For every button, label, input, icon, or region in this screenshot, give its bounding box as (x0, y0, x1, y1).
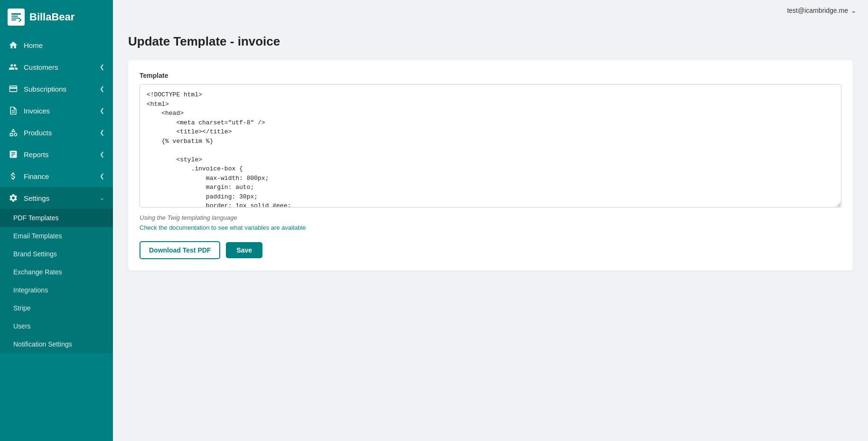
subnav-brand-settings[interactable]: Brand Settings (0, 245, 113, 263)
main-area: test@icambridge.me ⌄ Update Template - i… (113, 0, 868, 441)
logo-icon (8, 9, 25, 26)
doc-link[interactable]: Check the documentation to see what vari… (140, 224, 306, 231)
subnav-exchange-rates-label: Exchange Rates (13, 268, 62, 276)
subnav-notification-settings[interactable]: Notification Settings (0, 335, 113, 353)
user-menu[interactable]: test@icambridge.me ⌄ (787, 7, 857, 14)
app-name: BillaBear (29, 11, 75, 23)
sidebar-item-products-label: Products (24, 129, 52, 137)
sidebar-item-customers-label: Customers (24, 63, 58, 71)
svg-rect-2 (11, 18, 19, 19)
sidebar-item-subscriptions[interactable]: Subscriptions ❮ (0, 78, 113, 100)
sidebar-item-invoices[interactable]: Invoices ❮ (0, 100, 113, 122)
subnav-email-templates-label: Email Templates (13, 232, 62, 240)
download-test-pdf-button[interactable]: Download Test PDF (140, 241, 220, 259)
finance-chevron: ❮ (100, 173, 104, 179)
content-area: Update Template - invoice Template <!DOC… (113, 21, 868, 441)
subnav-users[interactable]: Users (0, 317, 113, 335)
subnav-stripe-label: Stripe (13, 304, 31, 312)
topbar: test@icambridge.me ⌄ (113, 0, 868, 21)
subnav-email-templates[interactable]: Email Templates (0, 227, 113, 245)
sidebar-item-invoices-label: Invoices (24, 107, 50, 115)
template-hint: Using the Twig templating language (140, 214, 841, 221)
subscriptions-chevron: ❮ (100, 85, 104, 92)
customers-chevron: ❮ (100, 64, 104, 70)
sidebar-item-home-label: Home (24, 41, 43, 49)
subnav-notification-settings-label: Notification Settings (13, 340, 72, 348)
sidebar-item-reports-label: Reports (24, 150, 49, 159)
template-textarea[interactable]: <!DOCTYPE html> <html> <head> <meta char… (140, 84, 841, 207)
sidebar-item-home[interactable]: Home (0, 34, 113, 56)
sidebar-item-settings[interactable]: Settings ⌄ (0, 187, 113, 209)
page-title: Update Template - invoice (128, 34, 853, 49)
svg-rect-1 (11, 16, 18, 17)
save-button[interactable]: Save (226, 242, 262, 258)
subnav-brand-settings-label: Brand Settings (13, 250, 57, 258)
products-chevron: ❮ (100, 129, 104, 136)
subnav-users-label: Users (13, 322, 31, 330)
sidebar-item-finance[interactable]: Finance ❮ (0, 165, 113, 187)
sidebar: BillaBear Home Customers ❮ Subscriptions… (0, 0, 113, 441)
button-row: Download Test PDF Save (140, 241, 841, 259)
template-field-label: Template (140, 72, 841, 79)
subnav-exchange-rates[interactable]: Exchange Rates (0, 263, 113, 281)
user-email: test@icambridge.me (787, 7, 848, 14)
settings-subnav: PDF Templates Email Templates Brand Sett… (0, 209, 113, 353)
subnav-pdf-templates[interactable]: PDF Templates (0, 209, 113, 227)
sidebar-item-products[interactable]: Products ❮ (0, 122, 113, 143)
subnav-integrations-label: Integrations (13, 286, 48, 294)
sidebar-item-customers[interactable]: Customers ❮ (0, 56, 113, 78)
user-menu-chevron: ⌄ (851, 7, 857, 14)
sidebar-item-reports[interactable]: Reports ❮ (0, 143, 113, 165)
sidebar-item-subscriptions-label: Subscriptions (24, 85, 66, 93)
subnav-stripe[interactable]: Stripe (0, 299, 113, 317)
invoices-chevron: ❮ (100, 107, 104, 114)
app-logo[interactable]: BillaBear (0, 0, 113, 34)
subnav-pdf-templates-label: PDF Templates (13, 214, 58, 222)
sidebar-item-finance-label: Finance (24, 172, 49, 180)
subnav-integrations[interactable]: Integrations (0, 281, 113, 299)
sidebar-item-settings-label: Settings (24, 194, 49, 202)
settings-chevron: ⌄ (100, 195, 104, 201)
svg-rect-3 (11, 19, 16, 20)
template-card: Template <!DOCTYPE html> <html> <head> <… (128, 60, 853, 271)
reports-chevron: ❮ (100, 151, 104, 158)
svg-rect-0 (11, 13, 21, 15)
